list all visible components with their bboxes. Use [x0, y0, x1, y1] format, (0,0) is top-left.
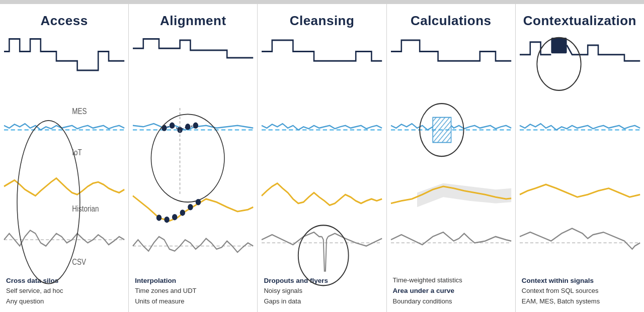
top-bar — [0, 0, 644, 4]
access-footer-2: Any question — [6, 296, 122, 307]
contextualization-footer-1: Context from SQL sources — [522, 286, 638, 296]
svg-point-17 — [180, 210, 185, 216]
svg-marker-29 — [417, 183, 511, 207]
svg-text:Historian: Historian — [72, 204, 99, 213]
svg-point-14 — [156, 215, 162, 221]
svg-rect-31 — [551, 38, 567, 53]
alignment-footer-2: Units of measure — [135, 296, 251, 307]
calculations-footer-1: Area under a curve — [393, 285, 509, 296]
cleansing-title: Cleansing — [262, 4, 382, 33]
calculations-title: Calculations — [391, 4, 511, 33]
cleansing-footer-2: Gaps in data — [264, 296, 380, 307]
cleansing-chart — [262, 33, 382, 271]
alignment-footer-1: Time zones and UDT — [135, 286, 251, 296]
alignment-title: Alignment — [133, 4, 253, 33]
svg-point-12 — [193, 123, 198, 129]
alignment-footer: Interpolation Time zones and UDT Units o… — [133, 271, 253, 312]
alignment-footer-0: Interpolation — [135, 275, 251, 286]
contextualization-footer-2: EAM, MES, Batch systems — [522, 296, 638, 307]
calculations-chart — [391, 33, 511, 271]
svg-text:MES: MES — [72, 107, 87, 116]
svg-point-19 — [196, 199, 201, 205]
column-alignment: Alignment — [129, 4, 258, 312]
calculations-footer-2: Boundary conditions — [393, 296, 509, 307]
calculations-footer: Time-weighted statistics Area under a cu… — [391, 271, 511, 312]
svg-text:IoT: IoT — [72, 147, 82, 156]
cleansing-footer-1: Noisy signals — [264, 286, 380, 296]
contextualization-footer-0: Context within signals — [522, 275, 638, 286]
column-calculations: Calculations — [387, 4, 516, 312]
svg-point-15 — [165, 217, 170, 223]
svg-rect-27 — [433, 118, 451, 143]
svg-point-11 — [185, 124, 190, 130]
svg-point-2 — [17, 121, 80, 284]
access-title: Access — [4, 4, 124, 33]
calculations-footer-0: Time-weighted statistics — [393, 275, 509, 286]
cleansing-footer-0: Dropouts and flyers — [264, 275, 380, 286]
contextualization-title: Contextualization — [520, 4, 640, 33]
column-contextualization: Contextualization — [516, 4, 644, 312]
access-footer-0: Cross data silos — [6, 275, 122, 286]
alignment-chart — [133, 33, 253, 271]
cleansing-footer: Dropouts and flyers Noisy signals Gaps i… — [262, 271, 382, 312]
access-footer-1: Self service, ad hoc — [6, 286, 122, 296]
svg-point-16 — [172, 214, 177, 220]
contextualization-footer: Context within signals Context from SQL … — [520, 271, 640, 312]
column-cleansing: Cleansing Dropout — [258, 4, 386, 312]
svg-text:CSV: CSV — [72, 257, 86, 266]
access-chart: MES IoT Historian CSV — [4, 33, 124, 271]
column-access: Access MES IoT Historian — [0, 4, 129, 312]
contextualization-chart — [520, 33, 640, 271]
main-container: Access MES IoT Historian — [0, 4, 644, 312]
svg-point-18 — [188, 204, 193, 210]
svg-point-9 — [170, 123, 175, 129]
access-footer: Cross data silos Self service, ad hoc An… — [4, 271, 124, 312]
